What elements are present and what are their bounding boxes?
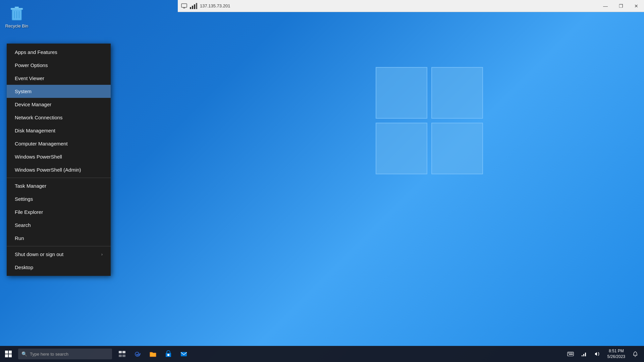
menu-item-desktop[interactable]: Desktop [7,261,111,274]
context-menu: Apps and FeaturesPower OptionsEvent View… [7,44,111,276]
signal-icon [190,3,197,9]
close-button[interactable]: ✕ [629,0,644,12]
svg-rect-10 [9,351,12,354]
win-logo-pane-br [431,123,483,174]
menu-item-label-windows-powershell-admin: Windows PowerShell (Admin) [15,167,81,173]
keyboard-svg [567,352,574,356]
windows-logo [376,67,483,174]
svg-rect-9 [5,351,8,354]
store-button[interactable] [161,346,176,362]
search-icon: 🔍 [21,351,27,357]
svg-rect-18 [167,354,169,356]
clock-date: 5/26/2023 [607,354,625,360]
menu-item-computer-management[interactable]: Computer Management [7,137,111,150]
clock[interactable]: 8:51 PM 5/26/2023 [605,348,628,360]
svg-rect-25 [569,354,573,355]
menu-item-label-shut-down: Shut down or sign out [15,251,63,257]
minimize-button[interactable]: — [598,0,613,12]
win-logo-pane-bl [376,123,427,174]
task-view-button[interactable] [115,346,129,362]
svg-rect-6 [181,4,187,7]
menu-item-windows-powershell-admin[interactable]: Windows PowerShell (Admin) [7,163,111,176]
start-icon [5,350,12,358]
titlebar-controls: — ❐ ✕ [598,0,644,12]
keyboard-icon[interactable] [565,348,577,360]
menu-item-label-disk-management: Disk Management [15,128,55,133]
taskbar-right: 8:51 PM 5/26/2023 [565,348,644,360]
menu-item-apps-features[interactable]: Apps and Features [7,46,111,59]
menu-item-arrow-shut-down: › [101,252,103,257]
svg-rect-21 [568,353,569,353]
titlebar-left: 137.135.73.201 [178,3,230,9]
recycle-bin-svg [7,3,26,22]
menu-separator [7,246,111,246]
recycle-bin-label: Recycle Bin [5,23,29,28]
notification-svg [632,351,638,357]
menu-item-task-manager[interactable]: Task Manager [7,179,111,192]
menu-item-label-search: Search [15,222,31,228]
svg-rect-14 [122,351,125,353]
file-explorer-button[interactable] [146,346,160,362]
notification-icon[interactable] [629,348,641,360]
menu-item-device-manager[interactable]: Device Manager [7,98,111,111]
svg-rect-23 [571,353,572,353]
search-placeholder: Type here to search [30,352,68,357]
mail-icon [180,350,187,358]
menu-item-event-viewer[interactable]: Event Viewer [7,72,111,85]
svg-rect-2 [15,7,19,8]
menu-item-search[interactable]: Search [7,219,111,232]
menu-item-label-device-manager: Device Manager [15,102,51,107]
menu-item-shut-down[interactable]: Shut down or sign out› [7,248,111,261]
menu-item-label-event-viewer: Event Viewer [15,75,44,81]
svg-rect-16 [122,355,125,357]
remote-titlebar: 137.135.73.201 — ❐ ✕ [178,0,644,12]
remote-ip: 137.135.73.201 [200,3,230,8]
store-icon [165,350,172,358]
volume-icon[interactable] [591,348,603,360]
start-button[interactable] [0,346,17,362]
maximize-button[interactable]: ❐ [613,0,629,12]
volume-svg [594,351,600,357]
menu-item-label-windows-powershell: Windows PowerShell [15,154,62,160]
win-logo-pane-tl [376,67,427,119]
edge-button[interactable] [130,346,145,362]
svg-rect-15 [119,355,122,357]
menu-item-power-options[interactable]: Power Options [7,59,111,72]
menu-item-run[interactable]: Run [7,232,111,245]
menu-item-disk-management[interactable]: Disk Management [7,124,111,137]
menu-item-label-network-connections: Network Connections [15,115,63,120]
network-svg [581,351,587,357]
menu-item-label-file-explorer: File Explorer [15,209,43,215]
menu-item-settings[interactable]: Settings [7,192,111,205]
monitor-icon [181,3,187,9]
menu-item-label-settings: Settings [15,196,33,202]
clock-time: 8:51 PM [609,348,624,354]
network-icon[interactable] [578,348,590,360]
menu-item-label-desktop: Desktop [15,264,33,270]
menu-item-windows-powershell[interactable]: Windows PowerShell [7,150,111,163]
svg-rect-22 [570,353,571,353]
recycle-bin-icon[interactable]: Recycle Bin [3,3,30,28]
mail-button[interactable] [176,346,191,362]
menu-item-file-explorer[interactable]: File Explorer [7,205,111,219]
menu-item-system[interactable]: System [7,85,111,98]
menu-item-label-apps-features: Apps and Features [15,49,57,55]
menu-item-label-system: System [15,88,32,94]
menu-item-label-task-manager: Task Manager [15,183,46,189]
menu-item-network-connections[interactable]: Network Connections [7,111,111,124]
svg-rect-27 [583,354,584,356]
svg-rect-24 [572,353,573,353]
win-logo-pane-tr [431,67,483,119]
svg-rect-13 [119,351,122,353]
menu-item-label-power-options: Power Options [15,62,48,68]
svg-rect-12 [9,354,12,357]
file-explorer-icon [149,350,157,358]
menu-item-label-computer-management: Computer Management [15,141,68,146]
taskbar: 🔍 Type here to search [0,346,644,362]
taskbar-search[interactable]: 🔍 Type here to search [18,349,112,359]
svg-rect-19 [181,352,187,356]
svg-rect-11 [5,354,8,357]
menu-item-label-run: Run [15,235,24,241]
taskbar-icons [115,346,191,362]
svg-rect-26 [582,355,583,356]
